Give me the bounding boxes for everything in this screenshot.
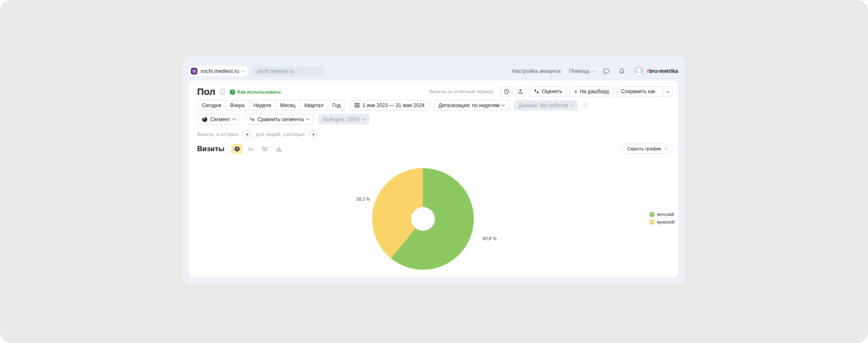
page-title: Пол	[197, 86, 215, 97]
chevron-down-icon	[591, 69, 595, 72]
segment-button[interactable]: Сегмент	[197, 114, 240, 124]
help-menu[interactable]: Помощь	[569, 68, 594, 74]
add-visit-condition-button[interactable]: +	[243, 130, 251, 138]
check-icon: ✓	[651, 220, 654, 224]
how-to-use-label: Как использовать	[237, 89, 281, 94]
donut-hole	[411, 207, 435, 231]
dashboard-label: На дашборд	[580, 89, 609, 94]
topbar: sochi.mediest.ru sochi.mediest.ru · Наст…	[189, 66, 678, 77]
chart-type-columns-button[interactable]	[273, 144, 284, 154]
period-tab-yesterday[interactable]: Вчера	[225, 100, 249, 111]
export-button[interactable]	[515, 86, 526, 97]
conditions-row: Визиты, в которых + для людей, у которых…	[197, 130, 317, 138]
chat-icon[interactable]	[603, 68, 610, 75]
pie-chart: 39,2 % 60,8 % ✓ женский ✓ мужской	[189, 159, 678, 275]
chart-type-area-button[interactable]	[259, 144, 270, 154]
sampling-label: Выборка: 100%	[323, 116, 359, 122]
donut-chart[interactable]	[372, 168, 474, 270]
sampling-select: Выборка: 100%	[318, 114, 369, 124]
filters-row: Сегодня Вчера Неделя Месяц Квартал Год 1…	[197, 100, 588, 111]
bookmark-icon	[220, 89, 225, 95]
rate-thumbs-icon	[534, 89, 540, 94]
chart-type-line-button[interactable]	[245, 144, 256, 154]
slice-label-female: 60,8 %	[483, 236, 497, 241]
question-icon[interactable]: ?	[582, 102, 588, 108]
chevron-down-icon	[666, 89, 669, 92]
counter-icon	[191, 68, 198, 75]
username: rbru-metrika	[647, 68, 678, 74]
chevron-down-icon	[570, 103, 573, 106]
visits-condition-label: Визиты, в которых	[197, 132, 239, 137]
avatar	[634, 66, 644, 76]
compare-segments-label: Сравнить сегменты	[258, 116, 304, 122]
info-icon: i	[230, 89, 235, 95]
pie-chart-icon	[234, 146, 240, 152]
legend-color: ✓	[650, 220, 654, 224]
columns-chart-icon	[276, 146, 282, 152]
data-mode-select: Данные: без роботов	[514, 100, 578, 111]
data-mode-label: Данные: без роботов	[518, 102, 568, 108]
report-period-label: Визиты за отчётный период:	[429, 89, 494, 94]
metric-row: Визиты	[197, 144, 284, 154]
counter-label: sochi.mediest.ru	[200, 68, 239, 74]
legend-label: женский	[657, 212, 674, 217]
date-range-label: 1 янв 2023 — 31 мая 2024	[362, 102, 424, 108]
title-row: Пол i Как использовать	[197, 86, 281, 98]
upload-icon	[517, 89, 523, 94]
chart-type-pie-button[interactable]	[231, 144, 242, 154]
chevron-down-icon	[501, 103, 505, 106]
notifications-bell-icon[interactable]	[618, 68, 625, 75]
chevron-up-icon	[664, 147, 668, 151]
date-range-button[interactable]: 1 янв 2023 — 31 мая 2024	[350, 100, 429, 111]
period-tab-month[interactable]: Месяц	[275, 100, 300, 111]
save-as-menu-button[interactable]	[662, 87, 672, 97]
counter-search-input[interactable]: sochi.mediest.ru ·	[251, 66, 326, 77]
segment-label: Сегмент	[210, 116, 230, 122]
stacked-area-icon	[262, 146, 268, 152]
bookmark-button[interactable]	[220, 89, 225, 95]
report-toolbar: Визиты за отчётный период: Оценить + На …	[429, 86, 673, 97]
rate-button[interactable]: Оценить	[529, 86, 567, 97]
account-settings-link[interactable]: Настройка аккаунта	[512, 68, 561, 74]
legend-item-female[interactable]: ✓ женский	[650, 212, 674, 217]
metric-title: Визиты	[197, 145, 224, 153]
compare-segments-button[interactable]: Сравнить сегменты	[245, 114, 314, 124]
clock-icon	[504, 89, 509, 94]
period-tab-today[interactable]: Сегодня	[197, 100, 226, 111]
period-tab-week[interactable]: Неделя	[249, 100, 276, 111]
help-label: Помощь	[569, 68, 590, 74]
history-button[interactable]	[501, 86, 512, 97]
report-card: Пол i Как использовать Визиты за отчётны…	[189, 80, 678, 278]
period-tabs: Сегодня Вчера Неделя Месяц Квартал Год	[197, 100, 345, 111]
add-to-dashboard-button[interactable]: + На дашборд	[569, 86, 613, 97]
segment-pie-icon	[202, 116, 208, 122]
line-chart-icon	[248, 146, 254, 152]
chevron-down-icon	[232, 117, 236, 120]
period-tab-year[interactable]: Год	[328, 100, 345, 111]
save-as-split-button: Сохранить как	[616, 86, 673, 97]
slice-label-male: 39,2 %	[336, 196, 370, 202]
chevron-down-icon	[306, 117, 309, 120]
user-menu[interactable]: rbru-metrika	[634, 66, 678, 76]
add-people-condition-button[interactable]: +	[309, 130, 317, 138]
calendar-grid-icon	[354, 102, 360, 108]
save-as-button[interactable]: Сохранить как	[617, 87, 660, 97]
chart-type-switcher	[231, 144, 284, 154]
legend-item-male[interactable]: ✓ мужской	[650, 219, 674, 224]
people-condition-label: для людей, у которых	[256, 132, 305, 137]
page-background: sochi.mediest.ru sochi.mediest.ru · Наст…	[0, 0, 868, 343]
rate-label: Оценить	[542, 89, 562, 94]
detalization-select[interactable]: Детализация: по неделям	[434, 100, 509, 111]
chevron-down-icon	[362, 117, 365, 120]
how-to-use-link[interactable]: i Как использовать	[230, 89, 281, 95]
counter-switcher[interactable]: sochi.mediest.ru	[189, 66, 249, 77]
metrika-panel: sochi.mediest.ru sochi.mediest.ru · Наст…	[183, 56, 686, 285]
plus-icon: +	[574, 88, 577, 95]
chevron-down-icon	[242, 69, 245, 72]
hide-chart-label: Скрыть график	[627, 146, 661, 151]
legend-label: мужской	[657, 219, 674, 224]
hide-chart-button[interactable]: Скрыть график	[622, 144, 673, 154]
topbar-right: Настройка аккаунта Помощь rbru-metrika	[512, 66, 678, 76]
detalization-label: Детализация: по неделям	[439, 102, 500, 108]
period-tab-quarter[interactable]: Квартал	[300, 100, 328, 111]
